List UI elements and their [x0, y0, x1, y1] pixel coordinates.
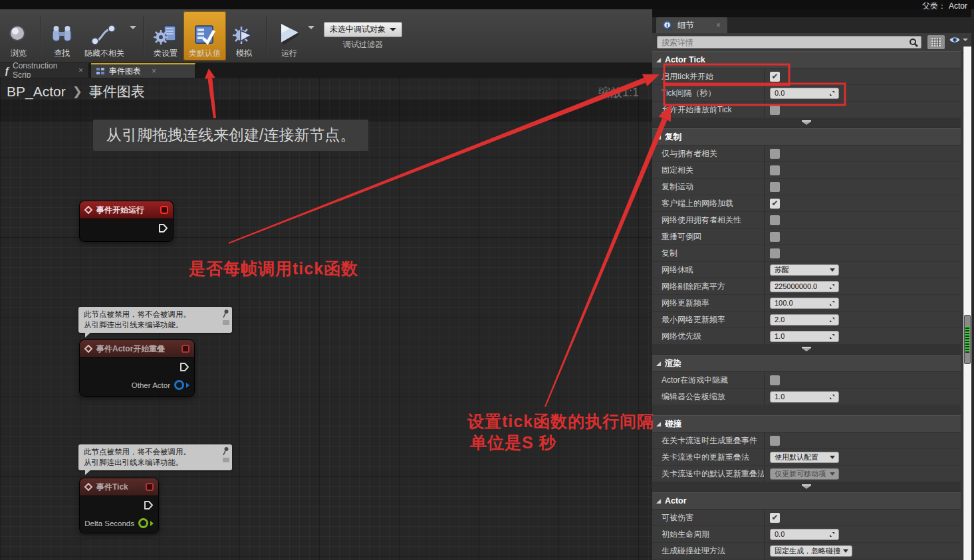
dropdown[interactable]: 苏醒	[770, 264, 839, 276]
property-row: 可被伤害✔	[652, 510, 961, 526]
event-badge-icon	[182, 345, 189, 353]
exec-pin[interactable]	[158, 223, 168, 233]
property-label: 初始生命周期	[652, 526, 765, 542]
property-label: 仅与拥有者相关	[652, 145, 765, 161]
event-diamond-icon	[84, 345, 92, 353]
view-options-button[interactable]	[949, 36, 968, 44]
number-field[interactable]: 0.0	[770, 529, 839, 540]
checkbox[interactable]: ✔	[770, 199, 780, 209]
details-property-list: ◢Actor Tick启用tick并开始✔Tick间隔（秒）0.0允许开始播放前…	[652, 51, 961, 559]
checkbox[interactable]	[770, 165, 780, 175]
data-pin[interactable]	[174, 380, 184, 390]
toolbar-item-label: 浏览	[11, 48, 27, 59]
blueprint-node[interactable]: 事件Actor开始重叠Other Actor	[80, 340, 194, 396]
dropdown[interactable]: 固定生成，忽略碰撞	[770, 545, 852, 557]
checkbox[interactable]	[770, 248, 780, 258]
section-header[interactable]: ◢复制	[652, 128, 961, 145]
section-header[interactable]: ◢Actor Tick	[652, 51, 961, 68]
dropdown[interactable]: 仅更新可移动项	[770, 468, 839, 480]
play-icon	[276, 23, 303, 47]
breadcrumb-root[interactable]: BP_Actor	[7, 84, 66, 100]
number-field[interactable]: 225000000.0	[770, 281, 839, 292]
property-value: 2.0	[765, 312, 961, 327]
breadcrumb[interactable]: BP_Actor ❯ 事件图表	[7, 82, 145, 101]
property-row: 复制	[652, 245, 961, 262]
advanced-expander[interactable]	[652, 482, 961, 492]
hide-unrelated-button[interactable]: 隐藏不相关	[79, 11, 130, 60]
checkbox[interactable]	[770, 232, 780, 242]
chevron-down-icon	[802, 348, 811, 351]
close-icon[interactable]: ×	[78, 66, 83, 75]
event-diamond-icon	[84, 206, 92, 214]
checkbox[interactable]	[770, 105, 780, 115]
property-value: 1.0	[765, 328, 961, 344]
spinner-icon	[829, 394, 835, 400]
find-button[interactable]: 查找	[45, 11, 79, 60]
property-matrix-button[interactable]	[927, 35, 945, 49]
number-field[interactable]: 1.0	[770, 391, 839, 403]
hide-unrelated-dropdown-caret-icon[interactable]	[130, 26, 136, 29]
property-label: 网络使用拥有者相关性	[652, 212, 765, 228]
collapse-arrow-icon: ◢	[656, 498, 661, 504]
tab-label: Construction Scrip	[13, 61, 68, 80]
tooltip-line: 从引脚连出引线来编译功能。	[84, 320, 217, 331]
tab-event-graph[interactable]: 事件图表 ×	[91, 63, 195, 78]
browse-button[interactable]: 浏览	[1, 11, 36, 60]
property-row: 允许开始播放前Tick	[652, 102, 961, 118]
checkbox[interactable]	[770, 375, 780, 385]
checkbox[interactable]: ✔	[770, 72, 780, 82]
exec-pin[interactable]	[144, 500, 154, 510]
number-field[interactable]: 100.0	[770, 298, 839, 309]
search-input[interactable]	[658, 37, 921, 48]
spinner-icon	[829, 317, 835, 323]
advanced-expander[interactable]	[652, 118, 961, 128]
pin-label: Other Actor	[132, 381, 170, 389]
scrollbar-thumb[interactable]	[964, 315, 971, 364]
section-header[interactable]: ◢Actor	[652, 492, 961, 510]
class-settings-button[interactable]: 类设置	[148, 11, 183, 60]
play-dropdown-caret-icon[interactable]	[308, 26, 314, 29]
checkbox[interactable]: ✔	[770, 513, 780, 523]
property-row: 网络剔除距离平方225000000.0	[652, 278, 961, 295]
class-defaults-button[interactable]: 类默认值	[183, 11, 226, 60]
debug-object-dropdown[interactable]: 未选中调试对象	[324, 22, 402, 37]
advanced-expander[interactable]	[652, 345, 961, 355]
data-pin[interactable]	[138, 518, 148, 528]
tab-details[interactable]: 细节 ×	[656, 17, 727, 33]
annotation-text: 单位是S 秒	[470, 432, 556, 454]
checkbox[interactable]	[770, 149, 780, 159]
property-row: 网络更新频率100.0	[652, 295, 961, 312]
node-title: 事件Tick	[96, 482, 128, 493]
property-value: 1.0	[765, 389, 961, 405]
property-label: 网络休眠	[652, 262, 765, 278]
section-title: 复制	[665, 132, 681, 143]
scrollbar-track[interactable]	[963, 47, 971, 560]
number-field[interactable]: 2.0	[770, 314, 839, 326]
details-panel: 细节 × ◢Actor Tick启用tick并开始✔Tick间隔（秒）0.0允许…	[652, 9, 974, 560]
simulate-button[interactable]: 模拟	[226, 11, 262, 60]
close-icon[interactable]: ×	[716, 21, 721, 30]
exec-pin[interactable]	[180, 362, 189, 372]
play-button[interactable]: 运行	[271, 11, 308, 60]
data-pin-arrow-icon	[150, 521, 154, 526]
close-icon[interactable]: ×	[152, 66, 156, 76]
checkbox[interactable]	[770, 182, 780, 192]
tab-construction-script[interactable]: f Construction Scrip ×	[0, 63, 89, 78]
number-field[interactable]: 0.0	[770, 88, 839, 99]
search-icon	[909, 38, 919, 48]
property-label: 固定相关	[652, 162, 765, 178]
property-row: 网络优先级1.0	[652, 328, 961, 345]
property-label: 网络剔除距离平方	[652, 278, 765, 294]
property-label: 复制运动	[652, 179, 765, 195]
section-header[interactable]: ◢渲染	[652, 355, 961, 372]
number-field[interactable]: 1.0	[770, 331, 839, 342]
checkbox[interactable]	[770, 215, 780, 225]
section-header[interactable]: ◢碰撞	[652, 415, 961, 432]
blueprint-node[interactable]: 事件开始运行	[80, 201, 173, 241]
checkbox[interactable]	[770, 436, 780, 446]
property-label: 重播可倒回	[652, 229, 765, 244]
dropdown[interactable]: 使用默认配置	[770, 452, 839, 463]
property-row: 关卡流送中的默认更新重叠法仅更新可移动项	[652, 466, 961, 482]
pushpin-icon	[222, 446, 229, 456]
blueprint-node[interactable]: 事件TickDelta Seconds	[80, 478, 158, 533]
